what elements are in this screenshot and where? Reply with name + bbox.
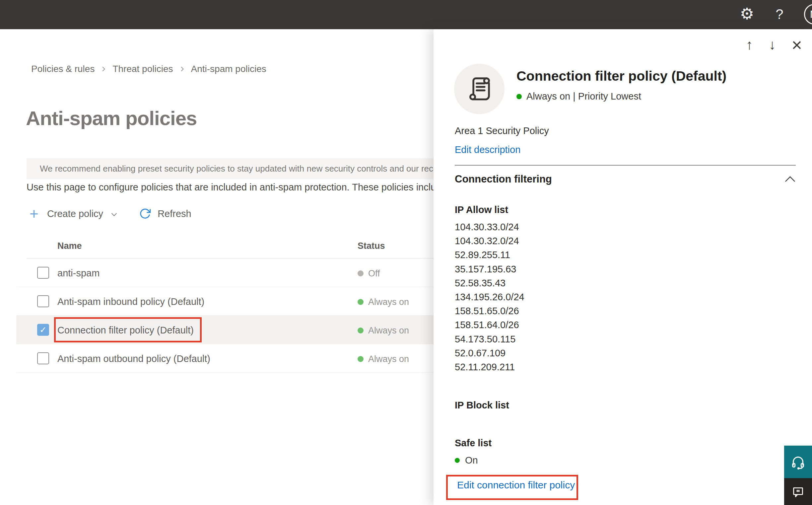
settings-gear-icon[interactable]: ⚙	[737, 4, 757, 24]
row-checkbox[interactable]	[37, 352, 49, 364]
previous-item-arrow-up-icon[interactable]: ↑	[746, 37, 753, 52]
safe-list-title: Safe list	[455, 438, 491, 449]
policy-description: Area 1 Security Policy	[455, 126, 549, 136]
status-dot-green	[358, 299, 364, 305]
chevron-right-icon	[178, 65, 186, 73]
headset-icon	[790, 454, 806, 470]
ip-entry: 104.30.33.0/24	[455, 220, 525, 234]
breadcrumb-policies-rules[interactable]: Policies & rules	[31, 64, 94, 74]
ip-entry: 54.173.50.115	[455, 332, 525, 346]
refresh-button[interactable]: Refresh	[119, 208, 191, 220]
status-dot-gray	[358, 271, 364, 277]
page-intro-text: Use this page to configure policies that…	[26, 182, 434, 193]
close-icon[interactable]: ×	[791, 37, 802, 52]
breadcrumb-anti-spam-policies[interactable]: Anti-spam policies	[191, 64, 266, 74]
safe-list-value: On	[465, 455, 478, 466]
chevron-down-icon	[110, 210, 119, 219]
table-row[interactable]: Anti-spam inbound policy (Default) Alway…	[16, 287, 434, 316]
policy-name[interactable]: Connection filter policy (Default)	[57, 325, 194, 336]
flyout-status-line: Always on | Priority Lowest	[517, 91, 641, 102]
status-dot-green	[358, 356, 364, 362]
section-divider	[455, 165, 796, 166]
page-title: Anti-spam policies	[26, 107, 197, 130]
row-checkbox[interactable]	[37, 295, 49, 307]
edit-connection-filter-policy-link[interactable]: Edit connection filter policy	[457, 480, 575, 491]
row-checkbox-checked[interactable]: ✓	[37, 324, 49, 336]
safe-list-status: On	[455, 455, 478, 466]
table-row-selected[interactable]: ✓ Connection filter policy (Default) Alw…	[16, 316, 434, 344]
refresh-icon	[139, 208, 151, 220]
status-label: Off	[368, 269, 380, 279]
ip-allow-list: 104.30.33.0/24 104.30.32.0/24 52.89.255.…	[455, 220, 525, 374]
breadcrumb: Policies & rules Threat policies Anti-sp…	[31, 64, 266, 74]
ip-entry: 158.51.64.0/26	[455, 318, 525, 332]
plus-icon: +	[29, 207, 38, 220]
status-label: Always on	[368, 354, 409, 364]
command-bar: + Create policy Refresh	[29, 206, 191, 221]
ip-entry: 52.58.35.43	[455, 276, 525, 290]
breadcrumb-threat-policies[interactable]: Threat policies	[113, 64, 173, 74]
connection-filtering-section-header[interactable]: Connection filtering	[455, 173, 796, 185]
next-item-arrow-down-icon[interactable]: ↓	[769, 37, 776, 52]
status-dot-green	[358, 328, 364, 333]
ip-entry: 158.51.65.0/26	[455, 304, 525, 318]
banner-text: We recommend enabling preset security po…	[40, 164, 434, 174]
ip-block-list-title: IP Block list	[455, 400, 509, 411]
ip-entry: 35.157.195.63	[455, 262, 525, 276]
chevron-up-icon	[785, 176, 796, 183]
policy-details-flyout: ↑ ↓ × Connection filter policy (Default)…	[433, 29, 812, 505]
refresh-label: Refresh	[158, 208, 191, 219]
policy-name[interactable]: Anti-spam outbound policy (Default)	[57, 353, 210, 364]
status-priority-text: Always on | Priority Lowest	[527, 91, 641, 102]
table-row[interactable]: anti-spam Off	[16, 259, 434, 287]
status-label: Always on	[368, 326, 409, 336]
flyout-controls: ↑ ↓ ×	[746, 37, 802, 52]
scroll-icon	[465, 75, 493, 103]
edit-description-link[interactable]: Edit description	[455, 144, 521, 155]
ip-entry: 104.30.32.0/24	[455, 234, 525, 248]
recommendation-banner: We recommend enabling preset security po…	[26, 158, 434, 179]
status-dot-green	[517, 94, 522, 99]
top-app-bar: ⚙ ? M	[0, 0, 812, 29]
feedback-button[interactable]	[784, 478, 812, 505]
create-policy-button[interactable]: + Create policy	[29, 207, 119, 220]
account-avatar[interactable]: M	[804, 4, 812, 25]
chevron-right-icon	[100, 65, 107, 73]
policy-scroll-icon-badge	[454, 64, 504, 114]
column-header-status[interactable]: Status	[358, 241, 385, 251]
feedback-bubble-icon	[791, 485, 805, 498]
create-policy-label: Create policy	[47, 208, 103, 219]
flyout-title: Connection filter policy (Default)	[517, 68, 798, 84]
ip-entry: 134.195.26.0/24	[455, 290, 525, 304]
policy-name[interactable]: Anti-spam inbound policy (Default)	[57, 296, 204, 307]
support-button[interactable]	[784, 446, 812, 478]
section-title: Connection filtering	[455, 173, 552, 185]
status-label: Always on	[368, 297, 409, 307]
policy-name[interactable]: anti-spam	[57, 268, 99, 279]
check-icon: ✓	[39, 325, 47, 335]
table-row[interactable]: Anti-spam outbound policy (Default) Alwa…	[16, 344, 434, 373]
ip-entry: 52.89.255.11	[455, 248, 525, 262]
help-icon[interactable]: ?	[770, 5, 789, 23]
ip-entry: 52.11.209.211	[455, 360, 525, 374]
row-checkbox[interactable]	[37, 267, 49, 279]
ip-entry: 52.0.67.109	[455, 346, 525, 360]
ip-allow-list-title: IP Allow list	[455, 204, 508, 215]
status-dot-green	[455, 458, 460, 463]
column-header-name[interactable]: Name	[57, 241, 82, 251]
